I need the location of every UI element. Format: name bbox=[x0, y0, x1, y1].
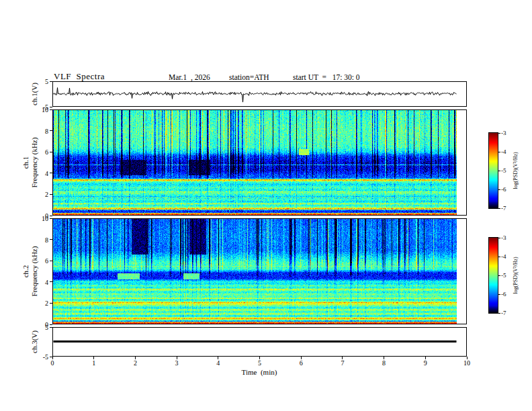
ch1-frequency-axis-label-line2: Frequency (kHz) bbox=[30, 138, 39, 188]
colorbar-tick-mark bbox=[498, 257, 500, 257]
x-tick-label: 7 bbox=[341, 359, 344, 367]
y-tick-mark bbox=[50, 239, 52, 240]
colorbar-tick-label: -6 bbox=[501, 186, 506, 193]
ch1-spectrogram-panel bbox=[52, 109, 467, 216]
colorbar-tick-label: -4 bbox=[501, 253, 506, 260]
colorbar-tick-label: -5 bbox=[501, 167, 506, 174]
y-tick-label: 6 bbox=[34, 257, 48, 265]
ch1-colorbar-canvas bbox=[489, 133, 498, 208]
colorbar-tick-label: -3 bbox=[501, 234, 506, 241]
x-tick-label: 9 bbox=[424, 359, 427, 367]
colorbar-tick-mark bbox=[498, 313, 500, 314]
x-tick-label: 6 bbox=[300, 359, 303, 367]
ch3-voltage-axis-label: ch.3(V) bbox=[30, 330, 39, 353]
ch1-colorbar-label: log(PSD)(V²/Hz) bbox=[513, 152, 519, 189]
colorbar-tick-label: -3 bbox=[501, 130, 506, 136]
x-tick-label: 5 bbox=[258, 359, 261, 367]
ch2-frequency-axis-label: ch.2 Frequency (kHz) bbox=[21, 246, 38, 297]
y-tick-mark bbox=[50, 261, 52, 261]
colorbar-tick-label: -5 bbox=[501, 272, 506, 279]
y-tick-mark bbox=[50, 130, 52, 131]
y-tick-label: 5 bbox=[34, 324, 48, 331]
y-tick-mark bbox=[50, 107, 52, 107]
ch2-colorbar-canvas bbox=[489, 238, 498, 313]
y-tick-label: 10 bbox=[34, 106, 48, 113]
y-tick-label: 5 bbox=[34, 78, 48, 85]
colorbar-tick-mark bbox=[498, 275, 500, 276]
ch2-frequency-axis-label-line2: Frequency (kHz) bbox=[30, 246, 39, 297]
colorbar-tick-mark bbox=[498, 208, 500, 209]
start-ut-label: start UT = 17: 30: 0 bbox=[293, 73, 360, 81]
y-tick-mark bbox=[50, 281, 52, 282]
time-axis-label: Time (min) bbox=[242, 368, 277, 376]
colorbar-tick-label: -4 bbox=[501, 148, 506, 155]
y-tick-mark bbox=[50, 81, 52, 82]
figure-title: VLF Spectra bbox=[54, 71, 105, 82]
y-tick-mark bbox=[50, 303, 52, 304]
ch3-waveform-canvas bbox=[53, 328, 466, 356]
colorbar-tick-label: -7 bbox=[501, 310, 506, 316]
y-tick-mark bbox=[50, 327, 52, 328]
ch2-spectrogram-canvas bbox=[53, 219, 466, 324]
colorbar-tick-mark bbox=[498, 133, 500, 134]
x-tick-label: 4 bbox=[216, 359, 220, 367]
ch1-frequency-axis-label-line1: ch.1 bbox=[21, 138, 30, 188]
y-tick-label: 10 bbox=[34, 215, 48, 222]
colorbar-tick-label: -6 bbox=[501, 291, 506, 298]
x-tick-label: 1 bbox=[92, 359, 95, 367]
colorbar-tick-mark bbox=[498, 152, 500, 152]
station-label: station=ATH bbox=[229, 73, 269, 81]
y-tick-mark bbox=[50, 194, 52, 195]
ch2-colorbar bbox=[488, 237, 498, 314]
y-tick-mark bbox=[50, 173, 52, 173]
y-tick-mark bbox=[50, 152, 52, 152]
y-tick-mark bbox=[50, 109, 52, 110]
x-tick-label: 8 bbox=[382, 359, 386, 367]
ch1-spectrogram-canvas bbox=[53, 110, 466, 215]
y-tick-mark bbox=[50, 324, 52, 325]
colorbar-tick-mark bbox=[498, 171, 500, 171]
x-tick-label: 3 bbox=[175, 359, 179, 367]
y-tick-label: -5 bbox=[34, 353, 48, 361]
ch2-colorbar-label: log(PSD)(V²/Hz) bbox=[513, 257, 519, 293]
y-tick-label: 8 bbox=[34, 127, 48, 134]
y-tick-mark bbox=[50, 216, 52, 216]
x-tick-label: 2 bbox=[134, 359, 137, 367]
ch1-waveform-canvas bbox=[53, 82, 466, 106]
y-tick-label: 6 bbox=[34, 148, 48, 156]
ch1-colorbar bbox=[488, 132, 498, 209]
x-tick-label: 0 bbox=[51, 359, 54, 367]
colorbar-tick-mark bbox=[498, 189, 500, 190]
ch2-spectrogram-panel bbox=[52, 218, 467, 324]
y-tick-label: 2 bbox=[34, 191, 48, 198]
y-tick-label: 4 bbox=[34, 278, 48, 285]
ch1-frequency-axis-label: ch.1 Frequency (kHz) bbox=[21, 138, 38, 188]
ch1-voltage-axis-label: ch.1(V) bbox=[30, 83, 39, 105]
ch1-waveform-panel bbox=[52, 81, 467, 107]
y-tick-label: 8 bbox=[34, 236, 48, 243]
colorbar-tick-label: -7 bbox=[501, 205, 506, 212]
date-label: Mar.1 , 2026 bbox=[169, 73, 210, 81]
colorbar-tick-mark bbox=[498, 238, 500, 238]
ch3-waveform-panel bbox=[52, 327, 467, 357]
colorbar-tick-mark bbox=[498, 294, 500, 295]
vlf-spectra-figure: VLF Spectra Mar.1 , 2026 station=ATH sta… bbox=[0, 0, 532, 411]
y-tick-label: 2 bbox=[34, 300, 48, 307]
x-tick-label: 10 bbox=[463, 359, 470, 367]
ch2-frequency-axis-label-line1: ch.2 bbox=[21, 246, 30, 297]
y-tick-mark bbox=[50, 218, 52, 219]
y-tick-label: 4 bbox=[34, 169, 48, 177]
